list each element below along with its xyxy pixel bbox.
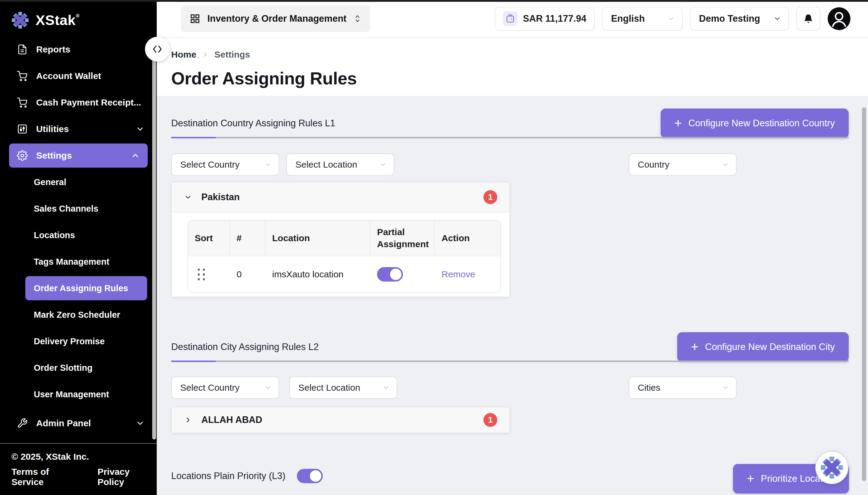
row-index: 0 — [230, 256, 265, 292]
language-select[interactable]: English — [602, 7, 683, 31]
breadcrumb-current: Settings — [214, 49, 250, 60]
sidebar-item-label: Order Assigning Rules — [34, 284, 128, 293]
xstak-logo-icon — [12, 12, 29, 29]
cart-icon — [17, 97, 28, 108]
button-label: Configure New Destination City — [705, 342, 835, 353]
sidebar-item-order-slotting[interactable]: Order Slotting — [0, 355, 157, 381]
wrench-icon — [17, 418, 28, 429]
count-badge: 1 — [483, 413, 497, 427]
locations-plain-priority-toggle[interactable] — [297, 469, 323, 483]
section-l1-filters: Select Country Select Location Country — [171, 153, 849, 176]
select-placeholder: Select Location — [295, 159, 357, 170]
pakistan-accordion: Pakistan 1 Sort # Location Partial Assig… — [171, 182, 510, 297]
sidebar-item-label: Reports — [36, 44, 70, 54]
l1-select-country-dropdown[interactable]: Select Country — [171, 153, 279, 176]
section-destination-city-l2: Destination City Assigning Rules L2 + Co… — [171, 332, 849, 433]
pakistan-accordion-header[interactable]: Pakistan 1 — [172, 182, 509, 211]
l2-cities-dropdown[interactable]: Cities — [629, 377, 736, 399]
count-badge: 1 — [483, 190, 497, 204]
wallet-balance[interactable]: SAR 11,177.94 — [494, 7, 595, 31]
notifications-button[interactable] — [796, 7, 820, 31]
plus-icon: + — [675, 117, 682, 130]
topbar: Inventory & Order Management SAR 11,177.… — [157, 0, 868, 38]
sidebar-item-delivery-promise[interactable]: Delivery Promise — [0, 328, 157, 355]
sidebar-item-user-management[interactable]: User Management — [0, 381, 157, 408]
section-l2-title: Destination City Assigning Rules L2 — [171, 342, 318, 353]
sidebar-item-label: Tags Management — [34, 257, 109, 267]
app-switcher[interactable]: Inventory & Order Management — [181, 5, 370, 32]
select-placeholder: Select Location — [298, 382, 360, 393]
plus-icon: + — [691, 341, 699, 353]
accordion-title: ALLAH ABAD — [201, 414, 262, 425]
l1-select-location-dropdown[interactable]: Select Location — [286, 153, 394, 176]
sidebar-item-label: Locations — [34, 230, 75, 240]
button-label: Configure New Destination Country — [688, 118, 835, 129]
configure-new-destination-city-button[interactable]: + Configure New Destination City — [677, 332, 849, 362]
bell-icon — [803, 13, 814, 24]
row-location: imsXauto location — [265, 256, 370, 292]
chevron-down-icon — [722, 161, 729, 169]
brand-name: XStak® — [36, 12, 80, 29]
xstak-floating-widget[interactable] — [815, 451, 848, 484]
sidebar-item-admin-panel[interactable]: Admin Panel — [0, 410, 157, 437]
breadcrumb-home-link[interactable]: Home — [171, 49, 196, 60]
sidebar-item-label: Cash Payment Receipt... — [36, 97, 141, 108]
file-icon — [17, 44, 28, 55]
sidebar-item-label: Delivery Promise — [34, 337, 105, 346]
chevron-down-icon — [667, 15, 675, 23]
chevron-down-icon — [136, 419, 145, 428]
account-select[interactable]: Demo Testing — [690, 7, 789, 31]
wallet-amount: SAR 11,177.94 — [523, 13, 586, 24]
l2-select-location-dropdown[interactable]: Select Location — [289, 377, 397, 399]
sidebar-item-general[interactable]: General — [0, 169, 157, 195]
sidebar-item-label: Order Slotting — [34, 363, 92, 373]
header: Inventory & Order Management SAR 11,177.… — [157, 0, 868, 96]
l1-country-dropdown[interactable]: Country — [629, 153, 736, 176]
select-placeholder: Country — [638, 159, 670, 170]
main-content: Destination Country Assigning Rules L1 +… — [157, 96, 868, 495]
sidebar-item-sales-channels[interactable]: Sales Channels — [0, 195, 157, 222]
sidebar-item-utilities[interactable]: Utilities — [0, 116, 157, 142]
sidebar-item-settings[interactable]: Settings — [9, 143, 148, 168]
user-avatar[interactable] — [828, 7, 851, 30]
sidebar-collapse-button[interactable] — [145, 37, 170, 62]
grid-icon — [190, 14, 200, 24]
partial-assignment-toggle[interactable] — [377, 267, 403, 281]
sidebar-item-locations[interactable]: Locations — [0, 222, 157, 249]
drag-handle[interactable] — [198, 269, 205, 280]
remove-link[interactable]: Remove — [441, 269, 475, 279]
up-down-chevrons-icon — [354, 14, 361, 23]
sidebar-item-account-wallet[interactable]: Account Wallet — [0, 63, 157, 89]
column-header-sort: Sort — [188, 221, 230, 256]
sidebar: XStak® Reports Account Wallet Cash Payme… — [0, 0, 157, 495]
l2-select-country-dropdown[interactable]: Select Country — [171, 377, 279, 399]
sidebar-item-order-assigning-rules[interactable]: Order Assigning Rules — [25, 276, 147, 300]
select-placeholder: Select Country — [180, 382, 240, 393]
column-header-index: # — [230, 221, 265, 256]
column-header-partial-assignment: Partial Assignment — [370, 221, 435, 256]
sidebar-item-label: Account Wallet — [36, 71, 101, 81]
chevron-down-icon — [382, 384, 390, 392]
section-l2-filters: Select Country Select Location Cities — [171, 377, 849, 399]
terms-of-service-link[interactable]: Terms of Service — [12, 467, 81, 487]
privacy-policy-link[interactable]: Privacy Policy — [97, 467, 157, 487]
sidebar-footer: © 2025, XStak Inc. Terms of Service Priv… — [0, 443, 157, 495]
sidebar-scrollbar-thumb[interactable] — [152, 52, 156, 440]
sidebar-item-label: General — [34, 177, 66, 187]
brand-logo-row[interactable]: XStak® — [0, 0, 157, 29]
page-scrollbar-thumb[interactable] — [862, 107, 866, 481]
chevron-down-icon — [184, 193, 192, 201]
chevron-down-icon — [264, 384, 272, 392]
sidebar-item-cash-payment-receipt[interactable]: Cash Payment Receipt... — [0, 89, 157, 116]
topbar-right: SAR 11,177.94 English Demo Testing — [494, 7, 851, 31]
cart-icon — [17, 70, 28, 81]
copyright-text: © 2025, XStak Inc. — [12, 451, 157, 462]
sidebar-item-reports[interactable]: Reports — [0, 36, 157, 63]
sidebar-item-mark-zero-scheduler[interactable]: Mark Zero Scheduler — [0, 302, 157, 328]
sidebar-item-label: Utilities — [36, 124, 69, 134]
allah-abad-accordion-header[interactable]: ALLAH ABAD 1 — [172, 407, 509, 432]
locations-table: Sort # Location Partial Assignment Actio… — [188, 220, 501, 293]
sidebar-item-tags-management[interactable]: Tags Management — [0, 249, 157, 275]
configure-new-destination-country-button[interactable]: + Configure New Destination Country — [661, 108, 849, 138]
chevron-down-icon — [136, 124, 145, 134]
